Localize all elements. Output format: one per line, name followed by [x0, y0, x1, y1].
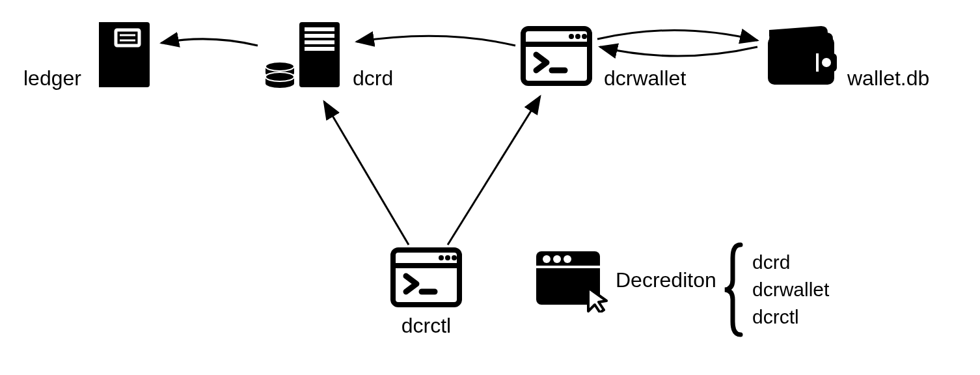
walletdb-node	[763, 25, 839, 90]
decrediton-label: Decrediton	[616, 268, 716, 292]
svg-rect-9	[305, 47, 334, 51]
dcrwallet-label: dcrwallet	[604, 66, 686, 90]
svg-point-20	[569, 34, 574, 39]
decrediton-node: Decrediton	[532, 247, 716, 312]
svg-rect-6	[305, 27, 334, 31]
bundle-item: dcrd	[752, 249, 829, 276]
wallet-icon	[763, 25, 839, 90]
svg-rect-1	[99, 22, 108, 87]
dcrwallet-node	[521, 26, 592, 86]
svg-point-26	[822, 58, 831, 67]
terminal-icon	[390, 247, 462, 307]
book-icon	[96, 20, 154, 90]
svg-point-34	[543, 255, 551, 263]
svg-point-35	[553, 255, 561, 263]
app-window-cursor-icon	[532, 247, 610, 312]
server-icon	[260, 17, 351, 94]
dcrctl-node: dcrctl	[390, 247, 462, 338]
decrediton-bundle: dcrd dcrwallet dcrctl	[721, 241, 829, 339]
ledger-label: ledger	[23, 66, 81, 90]
ledger-node	[96, 20, 154, 90]
svg-point-21	[575, 34, 580, 39]
svg-point-29	[439, 255, 444, 260]
svg-point-30	[445, 255, 450, 260]
dcrd-label: dcrd	[353, 66, 393, 90]
terminal-icon	[521, 26, 592, 86]
dcrd-node	[260, 17, 351, 94]
svg-rect-5	[299, 22, 340, 87]
svg-point-36	[564, 255, 571, 263]
walletdb-label: wallet.db	[847, 66, 929, 90]
brace-icon	[721, 241, 747, 339]
bundle-item: dcrwallet	[752, 276, 829, 303]
svg-rect-7	[305, 34, 334, 38]
dcrctl-label: dcrctl	[402, 314, 451, 338]
svg-point-31	[452, 255, 457, 260]
bundle-item: dcrctl	[752, 303, 829, 331]
svg-point-22	[582, 34, 587, 39]
svg-rect-8	[305, 40, 334, 44]
